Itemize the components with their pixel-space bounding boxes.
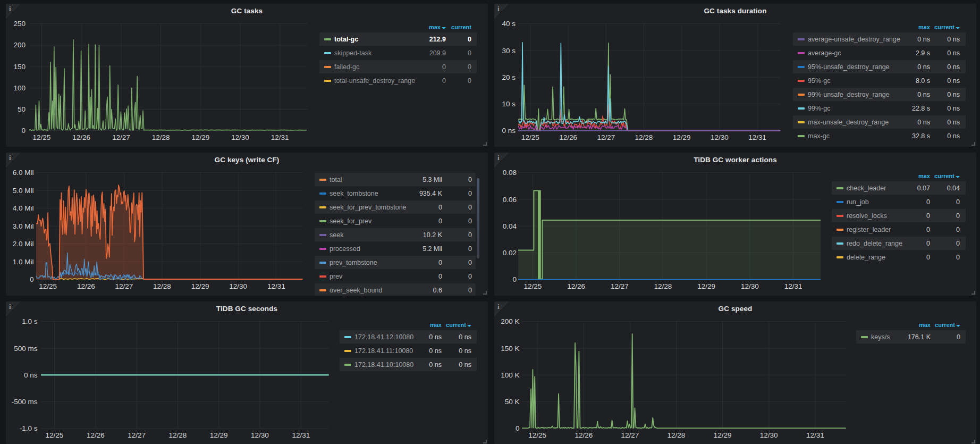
svg-text:20 s: 20 s [502,73,516,81]
svg-text:12/25: 12/25 [33,133,51,141]
svg-text:12/25: 12/25 [521,133,539,141]
svg-text:500 ms: 500 ms [14,345,38,353]
svg-text:12/31: 12/31 [784,282,802,290]
svg-text:4.0 Mil: 4.0 Mil [13,204,34,212]
svg-text:12/28: 12/28 [635,133,653,141]
svg-text:1.0 s: 1.0 s [22,317,38,325]
svg-text:200: 200 [13,41,26,49]
svg-text:12/27: 12/27 [115,282,133,290]
svg-text:12/31: 12/31 [748,133,766,141]
svg-text:12/30: 12/30 [711,133,729,141]
svg-text:10 s: 10 s [502,100,516,108]
svg-text:0.02: 0.02 [503,249,517,257]
svg-text:12/27: 12/27 [128,431,146,439]
svg-text:12/30: 12/30 [231,133,249,141]
svg-text:12/31: 12/31 [271,133,289,141]
svg-text:0: 0 [21,127,26,135]
svg-text:12/27: 12/27 [611,282,629,290]
svg-text:12/28: 12/28 [152,133,170,141]
svg-text:12/31: 12/31 [806,431,824,439]
svg-text:12/26: 12/26 [87,431,105,439]
svg-text:12/27: 12/27 [621,431,639,439]
svg-text:200 K: 200 K [501,317,519,325]
svg-text:0: 0 [516,424,520,432]
svg-text:12/28: 12/28 [153,282,171,290]
svg-text:12/25: 12/25 [46,431,64,439]
svg-text:12/26: 12/26 [72,133,90,141]
svg-text:-1.0 s: -1.0 s [20,424,38,432]
svg-text:12/26: 12/26 [567,282,585,290]
svg-text:0 ns: 0 ns [502,127,516,135]
svg-text:12/25: 12/25 [39,282,57,290]
svg-text:2.0 Mil: 2.0 Mil [13,240,34,248]
svg-text:12/27: 12/27 [597,133,615,141]
svg-text:12/28: 12/28 [169,431,187,439]
svg-text:50: 50 [18,105,26,113]
svg-text:40 s: 40 s [502,20,516,28]
svg-text:12/30: 12/30 [760,431,778,439]
svg-text:0.06: 0.06 [503,196,517,204]
svg-text:12/29: 12/29 [697,282,715,290]
svg-text:12/30: 12/30 [251,431,269,439]
svg-text:0.04: 0.04 [503,222,517,230]
svg-text:3.0 Mil: 3.0 Mil [13,222,34,230]
svg-text:12/29: 12/29 [673,133,691,141]
svg-text:1.0 Mil: 1.0 Mil [13,258,34,266]
svg-text:50 K: 50 K [505,398,520,406]
svg-text:100 K: 100 K [501,371,519,379]
svg-text:12/25: 12/25 [524,282,542,290]
svg-text:0.08: 0.08 [503,169,517,177]
svg-text:12/29: 12/29 [191,133,209,141]
svg-text:6.0 Mil: 6.0 Mil [13,169,34,177]
svg-text:0: 0 [30,275,34,283]
svg-text:0 ns: 0 ns [24,371,38,379]
svg-text:12/26: 12/26 [575,431,593,439]
svg-text:0: 0 [512,275,517,283]
svg-text:150 K: 150 K [501,345,519,353]
svg-text:12/30: 12/30 [741,282,759,290]
svg-text:12/30: 12/30 [229,282,247,290]
svg-text:5.0 Mil: 5.0 Mil [13,187,34,195]
svg-text:150: 150 [13,63,26,71]
svg-text:12/27: 12/27 [112,133,130,141]
svg-text:12/28: 12/28 [668,431,686,439]
svg-text:12/29: 12/29 [210,431,228,439]
svg-text:12/26: 12/26 [77,282,95,290]
svg-text:100: 100 [13,84,26,92]
svg-text:12/31: 12/31 [267,282,285,290]
svg-text:12/25: 12/25 [528,431,546,439]
svg-text:12/29: 12/29 [191,282,209,290]
svg-text:12/28: 12/28 [654,282,672,290]
svg-text:12/31: 12/31 [292,431,310,439]
svg-text:30 s: 30 s [502,47,516,55]
svg-text:-500 ms: -500 ms [12,398,38,406]
svg-text:12/26: 12/26 [559,133,577,141]
svg-text:12/29: 12/29 [714,431,732,439]
svg-text:250: 250 [13,20,26,28]
